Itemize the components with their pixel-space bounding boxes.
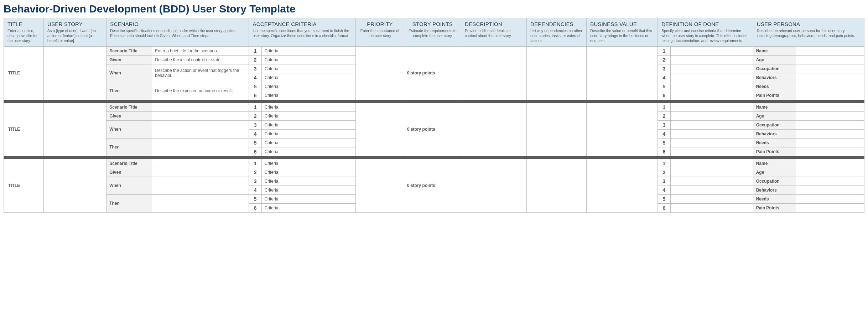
dod-cell[interactable] (670, 177, 753, 186)
dod-cell[interactable] (670, 103, 753, 111)
scenario-desc[interactable]: Enter a brief title for the scenario. (152, 46, 249, 55)
persona-value[interactable] (796, 203, 864, 212)
dependencies-cell[interactable] (527, 159, 587, 212)
story-points-cell[interactable]: 0 story points (404, 159, 461, 212)
priority-cell[interactable] (355, 46, 404, 100)
business-value-cell[interactable] (587, 46, 658, 100)
scenario-desc[interactable] (152, 194, 249, 212)
criteria-cell[interactable]: Criteria (261, 64, 355, 73)
persona-value[interactable] (796, 168, 864, 177)
scenario-label: When (106, 64, 152, 82)
criteria-cell[interactable]: Criteria (261, 129, 355, 138)
persona-value[interactable] (796, 73, 864, 82)
persona-value[interactable] (796, 177, 864, 186)
criteria-cell[interactable]: Criteria (261, 186, 355, 194)
persona-value[interactable] (796, 82, 864, 91)
dod-cell[interactable] (670, 111, 753, 120)
description-cell[interactable] (461, 46, 526, 100)
criteria-cell[interactable]: Criteria (261, 46, 355, 55)
dependencies-cell[interactable] (527, 103, 587, 156)
scenario-desc[interactable] (152, 138, 249, 156)
dod-cell[interactable] (670, 120, 753, 129)
description-cell[interactable] (461, 103, 526, 156)
criteria-cell[interactable]: Criteria (261, 168, 355, 177)
scenario-desc[interactable] (152, 168, 249, 177)
story-points-cell[interactable]: 0 story points (404, 103, 461, 156)
row-title[interactable]: TITLE (4, 103, 44, 156)
persona-value[interactable] (796, 138, 864, 147)
persona-value[interactable] (796, 46, 864, 55)
criteria-cell[interactable]: Criteria (261, 120, 355, 129)
persona-value[interactable] (796, 129, 864, 138)
row-title[interactable]: TITLE (4, 159, 44, 212)
criteria-cell[interactable]: Criteria (261, 91, 355, 100)
dod-cell[interactable] (670, 64, 753, 73)
persona-value[interactable] (796, 194, 864, 203)
persona-label: Age (753, 55, 796, 64)
priority-cell[interactable] (355, 159, 404, 212)
criteria-number: 5 (249, 194, 261, 203)
dod-cell[interactable] (670, 55, 753, 64)
dod-cell[interactable] (670, 194, 753, 203)
dod-cell[interactable] (670, 73, 753, 82)
criteria-cell[interactable]: Criteria (261, 203, 355, 212)
criteria-number: 2 (249, 55, 261, 64)
scenario-desc[interactable] (152, 111, 249, 120)
dod-cell[interactable] (670, 129, 753, 138)
dod-cell[interactable] (670, 159, 753, 168)
criteria-cell[interactable]: Criteria (261, 55, 355, 64)
priority-cell[interactable] (355, 103, 404, 156)
persona-label: Name (753, 46, 796, 55)
description-cell[interactable] (461, 159, 526, 212)
persona-label: Name (753, 103, 796, 111)
story-points-cell[interactable]: 0 story points (404, 46, 461, 100)
dod-number: 4 (658, 129, 670, 138)
dod-cell[interactable] (670, 82, 753, 91)
dod-cell[interactable] (670, 138, 753, 147)
criteria-cell[interactable]: Criteria (261, 103, 355, 111)
dod-cell[interactable] (670, 46, 753, 55)
dod-cell[interactable] (670, 203, 753, 212)
scenario-desc[interactable] (152, 103, 249, 111)
criteria-cell[interactable]: Criteria (261, 82, 355, 91)
dod-number: 5 (658, 82, 670, 91)
persona-value[interactable] (796, 186, 864, 194)
dod-number: 3 (658, 177, 670, 186)
business-value-cell[interactable] (587, 103, 658, 156)
persona-value[interactable] (796, 91, 864, 100)
persona-value[interactable] (796, 159, 864, 168)
user-story-cell[interactable] (44, 159, 106, 212)
scenario-desc[interactable] (152, 159, 249, 168)
business-value-cell[interactable] (587, 159, 658, 212)
dependencies-cell[interactable] (527, 46, 587, 100)
criteria-cell[interactable]: Criteria (261, 138, 355, 147)
dod-cell[interactable] (670, 168, 753, 177)
scenario-desc[interactable] (152, 177, 249, 194)
table-row: TITLEScenario Title1Criteria0 story poin… (4, 159, 864, 168)
persona-value[interactable] (796, 64, 864, 73)
persona-value[interactable] (796, 147, 864, 156)
criteria-cell[interactable]: Criteria (261, 111, 355, 120)
criteria-cell[interactable]: Criteria (261, 159, 355, 168)
dod-cell[interactable] (670, 186, 753, 194)
user-story-cell[interactable] (44, 103, 106, 156)
criteria-cell[interactable]: Criteria (261, 194, 355, 203)
persona-value[interactable] (796, 111, 864, 120)
user-story-cell[interactable] (44, 46, 106, 100)
scenario-label: Given (106, 111, 152, 120)
persona-value[interactable] (796, 55, 864, 64)
persona-value[interactable] (796, 103, 864, 111)
hdr-persona: USER PERSONADescribe the relevant user p… (753, 18, 864, 47)
dod-cell[interactable] (670, 147, 753, 156)
criteria-cell[interactable]: Criteria (261, 73, 355, 82)
dod-cell[interactable] (670, 91, 753, 100)
scenario-desc[interactable]: Describe the action or event that trigge… (152, 64, 249, 82)
persona-value[interactable] (796, 120, 864, 129)
row-title[interactable]: TITLE (4, 46, 44, 100)
scenario-desc[interactable]: Describe the initial context or state. (152, 55, 249, 64)
scenario-desc[interactable] (152, 120, 249, 138)
criteria-cell[interactable]: Criteria (261, 147, 355, 156)
scenario-desc[interactable]: Describe the expected outcome or result. (152, 82, 249, 100)
criteria-cell[interactable]: Criteria (261, 177, 355, 186)
header-row: TITLEEnter a concise, descriptive title … (4, 18, 864, 47)
